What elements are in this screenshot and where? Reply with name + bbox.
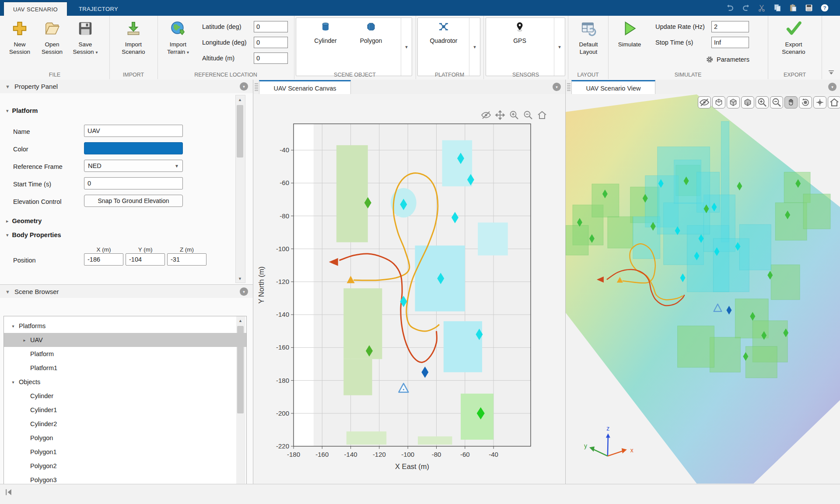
scene-browser-header[interactable]: ▼ Scene Browser ▾ <box>0 284 253 299</box>
scroll-down-icon[interactable]: ▼ <box>236 274 244 283</box>
building-footprint <box>346 431 386 444</box>
import-scenario-button[interactable]: Import Scenario <box>116 20 150 56</box>
panel-grip[interactable] <box>567 83 570 91</box>
collapse-panel-icon[interactable]: ▼ <box>5 84 10 89</box>
start-time-field[interactable] <box>84 177 183 189</box>
cut-icon[interactable] <box>757 3 766 13</box>
undo-icon[interactable] <box>725 3 735 13</box>
name-field[interactable] <box>84 125 183 137</box>
body-properties-section-header[interactable]: ▾ Body Properties <box>6 231 61 238</box>
reference-frame-value: NED <box>88 162 102 169</box>
zoomin-tool-icon[interactable] <box>756 96 769 108</box>
panel-menu-icon[interactable]: ▾ <box>240 287 248 296</box>
latitude-field[interactable] <box>254 21 288 32</box>
geometry-section-header[interactable]: ▸ Geometry <box>6 217 42 224</box>
quadrotor-button[interactable]: Quadrotor <box>424 21 463 44</box>
cube1-tool-icon[interactable] <box>712 96 725 108</box>
pan-icon[interactable] <box>495 110 504 119</box>
export-scenario-label: Export Scenario <box>777 41 811 56</box>
orbit-tool-icon[interactable] <box>799 96 812 108</box>
building-box-green <box>566 225 588 255</box>
altitude-field[interactable] <box>254 52 288 64</box>
panel-menu-icon[interactable]: ▾ <box>553 83 561 91</box>
tree-item-uav[interactable]: ▸UAV <box>4 333 246 347</box>
default-layout-label: Default Layout <box>571 41 606 56</box>
expanded-icon[interactable]: ▾ <box>10 324 16 329</box>
panel-menu-icon[interactable]: ▾ <box>240 82 248 91</box>
longitude-field[interactable] <box>254 37 288 48</box>
reference-frame-dropdown[interactable]: NED ▼ <box>84 160 183 172</box>
collapse-panel-icon[interactable]: ▼ <box>5 289 10 294</box>
update-rate-field[interactable] <box>711 21 749 32</box>
position-x-field[interactable] <box>84 253 123 266</box>
uav-scenario-designer-app: UAV SCENARIO TRAJECTORY ? New Session Op… <box>0 0 840 504</box>
new-session-button[interactable]: New Session <box>3 20 37 56</box>
tab-trajectory[interactable]: TRAJECTORY <box>74 2 122 16</box>
stop-time-field[interactable] <box>711 37 749 48</box>
import-terrain-button[interactable]: Import Terrain ▾ <box>161 20 195 56</box>
cube2-tool-icon[interactable] <box>727 96 740 108</box>
cylinder-button[interactable]: Cylinder <box>306 21 345 44</box>
save-session-button[interactable]: Save Session ▾ <box>68 20 102 56</box>
scenario-canvas-plot[interactable]: -180-160-140-120-100-80-60-40-220-200-18… <box>253 94 565 484</box>
export-scenario-button[interactable]: Export Scenario <box>777 20 811 56</box>
triad-y-label: y <box>584 442 587 449</box>
copy-icon[interactable] <box>773 3 782 13</box>
simulate-button[interactable]: Simulate <box>612 20 647 48</box>
tree-item-platform[interactable]: Platform <box>4 347 246 361</box>
scene-object-gallery-dropdown[interactable]: ▾ <box>401 18 412 76</box>
tree-item-polygon1[interactable]: Polygon1 <box>4 445 246 459</box>
hand-tool-icon[interactable] <box>784 96 798 108</box>
position-y-field[interactable] <box>126 253 165 266</box>
tree-item-platform1[interactable]: Platform1 <box>4 361 246 375</box>
fly-tool-icon[interactable] <box>813 96 826 108</box>
open-session-button[interactable]: Open Session <box>35 20 69 56</box>
scroll-up-icon[interactable]: ▲ <box>236 95 244 104</box>
tree-item-cylinder[interactable]: Cylinder <box>4 389 246 403</box>
help-icon[interactable]: ? <box>820 3 830 13</box>
default-layout-button[interactable]: Default Layout <box>571 20 606 56</box>
position-z-field[interactable] <box>167 253 206 266</box>
platform-gallery-dropdown[interactable]: ▾ <box>469 18 480 76</box>
expanded-icon[interactable]: ▾ <box>10 380 16 385</box>
polygon-button[interactable]: Polygon <box>351 21 391 44</box>
tree-item-cylinder1[interactable]: Cylinder1 <box>4 403 246 417</box>
parameters-button[interactable]: Parameters <box>705 55 749 64</box>
snap-to-ground-elevation-button[interactable]: Snap To Ground Elevation <box>84 195 183 207</box>
collapse-ribbon-icon[interactable] <box>827 68 836 79</box>
cube3-tool-icon[interactable] <box>741 96 754 108</box>
sensors-gallery-dropdown[interactable]: ▾ <box>554 18 565 76</box>
collapsed-icon[interactable]: ▸ <box>21 338 28 343</box>
tab-uav-scenario[interactable]: UAV SCENARIO <box>4 2 67 16</box>
tree-item-label: Platforms <box>19 322 46 329</box>
property-panel-scrollbar[interactable]: ▲ ▼ <box>235 95 245 283</box>
tree-item-objects[interactable]: ▾Objects <box>4 375 246 389</box>
platform-section-header[interactable]: ▾ Platform <box>6 107 38 114</box>
tree-item-label: Objects <box>19 378 40 385</box>
tree-item-polygon[interactable]: Polygon <box>4 431 246 445</box>
tree-item-platforms[interactable]: ▾Platforms <box>4 319 246 333</box>
zoom-out-icon[interactable] <box>523 110 532 119</box>
eyeslash-tool-icon[interactable] <box>698 96 711 108</box>
ribbon-group-scene-object: Cylinder Polygon ▾ SCENE OBJECT <box>294 16 416 79</box>
tree-item-polygon2[interactable]: Polygon2 <box>4 459 246 473</box>
color-swatch[interactable] <box>84 142 183 154</box>
scenario-3d-view[interactable]: zxy <box>566 94 840 484</box>
property-panel-header[interactable]: ▼ Property Panel ▾ <box>0 80 253 94</box>
paste-icon[interactable] <box>788 3 798 13</box>
home-view-icon[interactable] <box>537 110 546 119</box>
zoom-in-icon[interactable] <box>509 110 518 119</box>
tab-uav-scenario-canvas[interactable]: UAV Scenario Canvas <box>259 80 351 95</box>
tree-item-cylinder2[interactable]: Cylinder2 <box>4 417 246 431</box>
zoomout-tool-icon[interactable] <box>770 96 783 108</box>
panel-grip[interactable] <box>255 83 258 91</box>
redo-icon[interactable] <box>741 3 751 13</box>
gps-button[interactable]: GPS <box>500 21 539 44</box>
panel-menu-icon[interactable]: ▾ <box>828 83 836 91</box>
save-icon[interactable] <box>804 3 814 13</box>
home-tool-icon[interactable] <box>828 96 840 108</box>
collapse-left-icon[interactable] <box>4 488 13 498</box>
x-tick-label: -140 <box>344 451 357 458</box>
hide-overlay-icon[interactable] <box>481 110 490 119</box>
tab-uav-scenario-view[interactable]: UAV Scenario View <box>571 80 655 95</box>
